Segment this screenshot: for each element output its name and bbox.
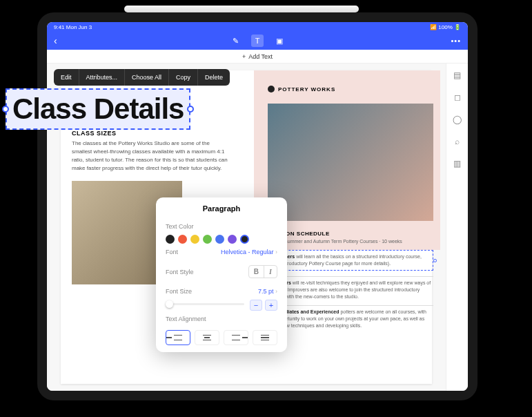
menu-attributes[interactable]: Attributes...: [79, 69, 126, 86]
menu-copy[interactable]: Copy: [169, 69, 198, 86]
brand-logo: POTTERY WORKS: [268, 86, 335, 93]
photo-holding-mug: [268, 104, 433, 221]
align-justify-button[interactable]: [253, 330, 277, 345]
increase-button[interactable]: +: [265, 300, 277, 311]
level-intermediates: Intermediates and Experienced potters ar…: [268, 305, 433, 331]
class-sizes-body: The classes at the Pottery Works Studio …: [72, 139, 230, 173]
color-swatch[interactable]: [178, 235, 187, 244]
text-tool-icon[interactable]: T: [251, 35, 264, 47]
comment-icon[interactable]: ◯: [453, 115, 462, 124]
session-subtitle: Spring, Summer and Autumn Term Pottery C…: [268, 239, 402, 244]
color-swatches: [166, 235, 277, 244]
font-label: Font: [166, 249, 178, 255]
menu-delete[interactable]: Delete: [198, 69, 230, 86]
align-left-button[interactable]: [166, 330, 190, 345]
font-style-label: Font Style: [166, 269, 194, 275]
resize-handle-left[interactable]: [2, 106, 9, 113]
decrease-button[interactable]: −: [250, 300, 262, 311]
level-beginners-selected[interactable]: Beginners will learn all the basics on a…: [268, 250, 433, 271]
menu-choose-all[interactable]: Choose All: [125, 69, 169, 86]
font-size-label: Font Size: [166, 288, 192, 295]
menu-edit[interactable]: Edit: [54, 69, 79, 86]
top-toolbar: ‹ ✎ T ▣ •••: [47, 32, 468, 50]
bookmark-icon[interactable]: ◻: [454, 93, 461, 102]
color-swatch[interactable]: [228, 235, 237, 244]
level-improvers: Improvers will re-visit techniques they …: [268, 276, 433, 302]
selected-text-content[interactable]: Class Details: [12, 93, 184, 125]
color-swatch[interactable]: [215, 235, 224, 244]
context-menu: Edit Attributes... Choose All Copy Delet…: [54, 69, 230, 86]
selected-text-box[interactable]: Class Details: [6, 88, 190, 130]
bold-italic-group: B I: [248, 265, 277, 278]
text-color-row: Text Color: [166, 218, 277, 235]
align-right-button[interactable]: [224, 330, 248, 345]
highlighter-icon[interactable]: ✎: [229, 35, 242, 47]
tool-mode-group: ✎ T ▣: [229, 35, 286, 47]
image-tool-icon[interactable]: ▣: [273, 35, 286, 47]
font-size-slider[interactable]: [166, 303, 244, 305]
back-button[interactable]: ‹: [54, 35, 57, 46]
bold-button[interactable]: B: [249, 266, 264, 278]
alignment-group: [166, 330, 277, 345]
status-right: 📶 100% 🔋: [430, 24, 461, 30]
paragraph-panel: Paragraph Text Color Font Helvetica - Re…: [156, 197, 287, 352]
panel-title: Paragraph: [166, 204, 277, 213]
align-center-button[interactable]: [195, 330, 219, 345]
font-size-value[interactable]: 7.5 pt: [258, 288, 277, 295]
alignment-label: Text Alignment: [166, 316, 206, 322]
add-text-button[interactable]: Add Text: [47, 50, 468, 64]
thumbnails-icon[interactable]: ▤: [453, 70, 461, 80]
color-swatch[interactable]: [203, 235, 212, 244]
color-swatch[interactable]: [240, 235, 249, 244]
italic-button[interactable]: I: [264, 266, 277, 278]
more-button[interactable]: •••: [451, 37, 461, 45]
font-value[interactable]: Helvetica - Regular: [221, 249, 277, 255]
status-bar: 9:41 Mon Jun 3 📶 100% 🔋: [47, 22, 468, 32]
search-icon[interactable]: ⌕: [455, 137, 460, 146]
class-sizes-heading: CLASS SIZES: [72, 130, 117, 137]
right-sidebar: ▤ ◻ ◯ ⌕ ▥: [446, 64, 468, 391]
selection-handle[interactable]: [433, 259, 437, 262]
color-swatch[interactable]: [190, 235, 199, 244]
status-time: 9:41 Mon Jun 3: [54, 24, 92, 30]
apple-pencil: [124, 6, 359, 12]
color-swatch[interactable]: [166, 235, 175, 244]
reader-icon[interactable]: ▥: [453, 159, 461, 168]
